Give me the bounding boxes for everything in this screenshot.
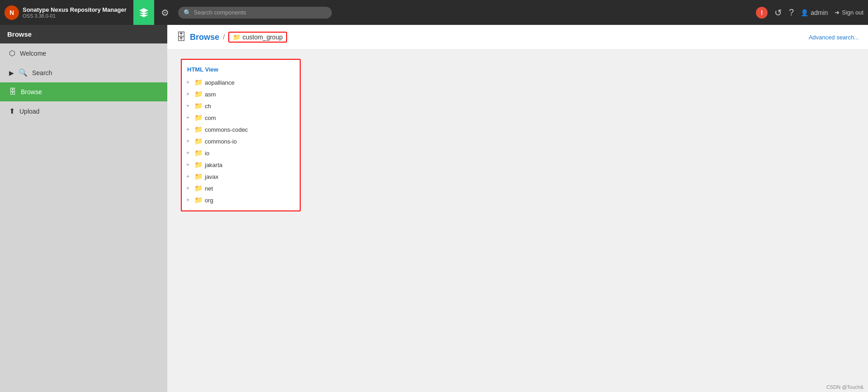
breadcrumb-current: 📁 custom_group (228, 32, 287, 43)
search-bar[interactable]: 🔍 (178, 7, 332, 19)
breadcrumb-bar: 🗄 Browse / 📁 custom_group Advanced searc… (167, 25, 868, 50)
logo-icon: N (5, 5, 19, 20)
alert-icon[interactable]: ! (756, 7, 768, 19)
sidebar-header: Browse (0, 25, 167, 43)
expand-icon: + (186, 185, 193, 191)
signout-icon: ➜ (835, 9, 840, 16)
advanced-search-link[interactable]: Advanced search... (809, 34, 859, 41)
tree-item-label: io (205, 150, 209, 157)
tree-panel-header: HTML View (182, 64, 300, 76)
header-actions: ! ↺ ? 👤 admin ➜ Sign out (756, 7, 863, 19)
active-module-icon (133, 0, 154, 25)
app-version: OSS 3.38.0-01 (23, 13, 127, 19)
breadcrumb-separator: / (223, 33, 225, 41)
tree-item[interactable]: + 📁 asm (182, 88, 300, 100)
expand-icon: ▶ (9, 69, 14, 76)
expand-icon: + (186, 126, 193, 133)
folder-icon: 📁 (194, 114, 203, 122)
folder-icon: 📁 (194, 125, 203, 134)
expand-icon: + (186, 115, 193, 121)
folder-icon: 📁 (194, 137, 203, 145)
tree-item-label: ch (205, 103, 211, 110)
folder-icon: 📁 (194, 184, 203, 192)
tree-item[interactable]: + 📁 commons-io (182, 135, 300, 147)
tree-item[interactable]: + 📁 net (182, 182, 300, 194)
tree-item-label: net (205, 185, 213, 192)
tree-item-label: asm (205, 91, 216, 98)
tree-item[interactable]: + 📁 org (182, 194, 300, 206)
gear-icon[interactable]: ⚙ (159, 7, 171, 18)
current-repo-label: custom_group (242, 33, 283, 41)
help-icon[interactable]: ? (789, 7, 794, 18)
user-icon: 👤 (801, 9, 808, 16)
search-icon: 🔍 (184, 9, 191, 16)
sidebar-item-welcome[interactable]: ⬡ Welcome (0, 43, 167, 63)
browse-breadcrumb-link[interactable]: Browse (190, 33, 219, 42)
app-title: Sonatype Nexus Repository Manager (23, 6, 127, 14)
signout-button[interactable]: ➜ Sign out (835, 9, 863, 16)
sidebar-item-label: Welcome (20, 50, 46, 57)
sidebar-item-label: Upload (19, 108, 39, 115)
sidebar-item-search[interactable]: ▶ 🔍 Search (0, 63, 167, 82)
tree-item-label: aopalliance (205, 79, 235, 86)
expand-icon: + (186, 79, 193, 86)
breadcrumb: 🗄 Browse / 📁 custom_group (176, 31, 287, 43)
layout: Browse ⬡ Welcome ▶ 🔍 Search 🗄 Browse ⬆ U… (0, 25, 868, 392)
folder-icon: 📁 (194, 90, 203, 98)
tree-item-label: javax (205, 173, 218, 180)
expand-icon: + (186, 103, 193, 109)
app-logo: N Sonatype Nexus Repository Manager OSS … (5, 5, 127, 20)
sidebar: Browse ⬡ Welcome ▶ 🔍 Search 🗄 Browse ⬆ U… (0, 25, 167, 392)
sidebar-item-upload[interactable]: ⬆ Upload (0, 101, 167, 121)
tree-item[interactable]: + 📁 javax (182, 171, 300, 182)
signout-label: Sign out (842, 9, 863, 16)
sidebar-item-label: Browse (21, 88, 42, 96)
main-content: 🗄 Browse / 📁 custom_group Advanced searc… (167, 25, 868, 392)
watermark: CSDN @Touch& (826, 384, 863, 390)
tree-item[interactable]: + 📁 commons-codec (182, 124, 300, 135)
sidebar-item-label: Search (32, 69, 52, 76)
database-icon: 🗄 (9, 88, 16, 96)
expand-icon: + (186, 150, 193, 156)
folder-icon: 📁 (194, 172, 203, 181)
search-icon: 🔍 (19, 68, 28, 77)
tree-item[interactable]: + 📁 aopalliance (182, 76, 300, 88)
expand-icon: + (186, 173, 193, 180)
folder-icon: 📁 (194, 78, 203, 86)
hexagon-icon: ⬡ (9, 49, 15, 57)
folder-icon: 📁 (194, 196, 203, 204)
tree-item-label: commons-codec (205, 126, 248, 133)
tree-item[interactable]: + 📁 ch (182, 100, 300, 112)
username-label: admin (811, 9, 828, 16)
expand-icon: + (186, 138, 193, 144)
expand-icon: + (186, 91, 193, 97)
expand-icon: + (186, 197, 193, 203)
folder-icon: 📁 (194, 149, 203, 157)
folder-icon: 📁 (194, 161, 203, 169)
tree-item[interactable]: + 📁 io (182, 147, 300, 159)
tree-item[interactable]: + 📁 com (182, 112, 300, 124)
header: N Sonatype Nexus Repository Manager OSS … (0, 0, 868, 25)
tree-item[interactable]: + 📁 jakarta (182, 159, 300, 171)
user-menu[interactable]: 👤 admin (801, 9, 828, 16)
search-input[interactable] (194, 9, 326, 16)
refresh-icon[interactable]: ↺ (774, 7, 782, 18)
upload-icon: ⬆ (9, 107, 15, 115)
tree-item-label: com (205, 115, 216, 121)
sidebar-item-browse[interactable]: 🗄 Browse (0, 82, 167, 101)
tree-panel: HTML View + 📁 aopalliance + 📁 asm + 📁 ch (181, 59, 301, 211)
database-icon: 🗄 (176, 31, 186, 43)
folder-icon: 📁 (194, 102, 203, 110)
tree-item-label: org (205, 197, 213, 204)
folder-icon: 📁 (233, 33, 241, 41)
tree-item-label: jakarta (205, 162, 222, 168)
expand-icon: + (186, 162, 193, 168)
tree-item-label: commons-io (205, 138, 237, 145)
